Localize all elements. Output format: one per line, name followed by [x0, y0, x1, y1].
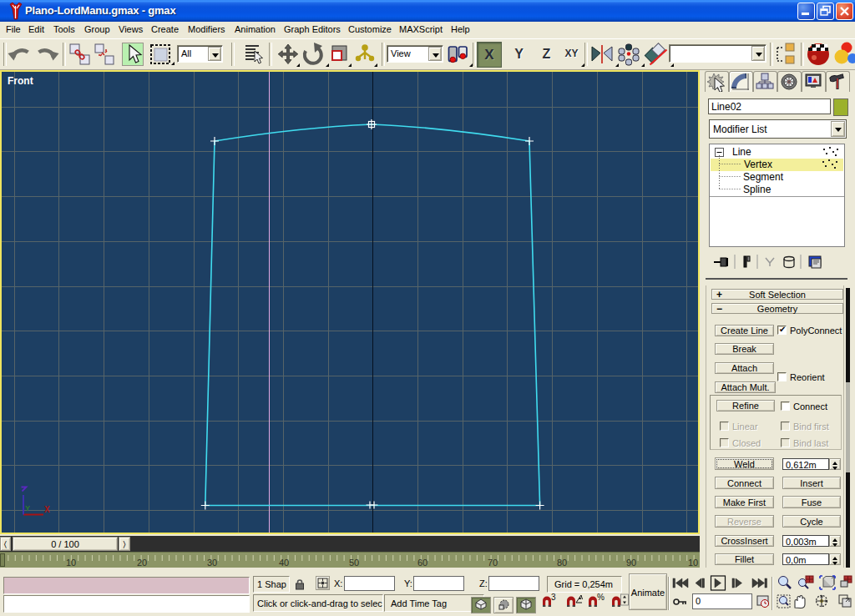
svg-text:3: 3: [551, 593, 556, 602]
svg-text:Y: Y: [25, 504, 30, 512]
svg-text:%: %: [597, 593, 605, 602]
svg-text:X: X: [44, 505, 50, 514]
